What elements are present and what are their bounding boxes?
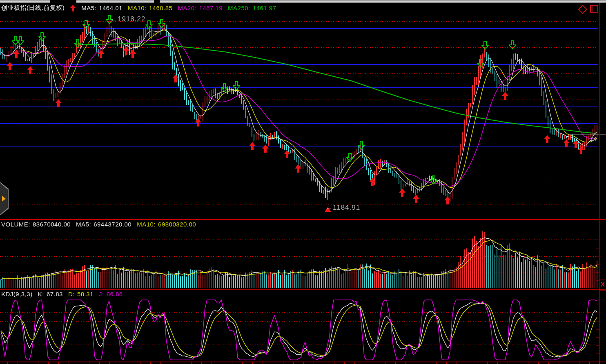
diamond-icon[interactable]	[578, 4, 588, 14]
split-window-divider	[593, 6, 593, 12]
trading-app-window: 创业板指(日线.前复权) MA5:1464.01 MA10:1460.85 MA…	[0, 0, 606, 364]
top-strip-gap	[50, 0, 76, 3]
window-top-strip	[0, 0, 606, 3]
chart-canvas[interactable]	[0, 0, 606, 364]
expand-right-arrow-icon	[2, 196, 6, 202]
split-window-icon[interactable]	[590, 5, 598, 13]
close-indicator-button[interactable]: X	[601, 281, 605, 288]
top-strip-gap	[154, 0, 160, 3]
